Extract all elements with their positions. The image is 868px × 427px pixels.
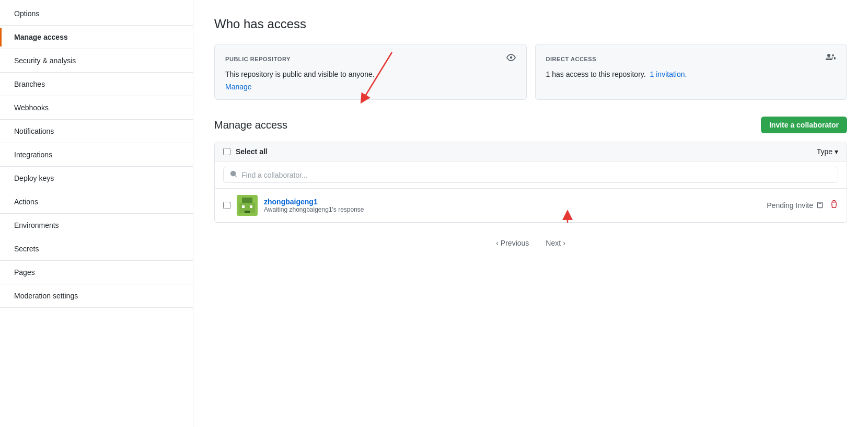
direct-access-text: 1 has access to this repository. 1 invit… bbox=[546, 70, 837, 78]
search-row bbox=[215, 161, 847, 189]
sidebar-item-moderation-settings[interactable]: Moderation settings bbox=[0, 286, 193, 305]
next-button[interactable]: Next › bbox=[539, 236, 571, 250]
sidebar-item-label: Integrations bbox=[14, 151, 52, 159]
sidebar-item-label: Actions bbox=[14, 198, 38, 206]
sidebar-item-webhooks[interactable]: Webhooks bbox=[0, 98, 193, 117]
collaborator-sub: Awaiting zhongbaigeng1's response bbox=[264, 206, 760, 213]
sidebar-divider bbox=[0, 284, 193, 284]
pending-invite-status: Pending Invite bbox=[767, 201, 824, 210]
sidebar-item-branches[interactable]: Branches bbox=[0, 75, 193, 94]
people-icon bbox=[826, 53, 836, 65]
sidebar-item-label: Options bbox=[14, 9, 39, 18]
svg-rect-4 bbox=[242, 205, 245, 208]
sidebar-item-pages[interactable]: Pages bbox=[0, 263, 193, 282]
access-table: Select all Type ▾ bbox=[214, 142, 847, 223]
sidebar-divider bbox=[0, 213, 193, 214]
svg-rect-5 bbox=[250, 205, 252, 208]
collaborator-name[interactable]: zhongbaigeng1 bbox=[264, 198, 318, 206]
sidebar-item-label: Deploy keys bbox=[14, 174, 54, 182]
section-header: Manage access Invite a collaborator bbox=[214, 117, 847, 133]
manage-link[interactable]: Manage bbox=[225, 83, 252, 91]
sidebar-item-label: Notifications bbox=[14, 127, 54, 135]
access-cards: PUBLIC REPOSITORY This repository is pub… bbox=[214, 44, 847, 100]
sidebar-divider bbox=[0, 190, 193, 190]
sidebar-item-label: Security & analysis bbox=[14, 56, 76, 65]
avatar bbox=[237, 195, 258, 216]
type-dropdown[interactable]: Type ▾ bbox=[817, 147, 838, 156]
search-collaborator-input[interactable] bbox=[241, 171, 831, 179]
collaborator-info: zhongbaigeng1 Awaiting zhongbaigeng1's r… bbox=[264, 198, 760, 213]
manage-access-title: Manage access bbox=[214, 119, 287, 131]
sidebar-item-security-analysis[interactable]: Security & analysis bbox=[0, 51, 193, 70]
sidebar-item-label: Moderation settings bbox=[14, 292, 78, 300]
sidebar-divider bbox=[0, 143, 193, 143]
sidebar-item-notifications[interactable]: Notifications bbox=[0, 122, 193, 141]
sidebar-item-secrets[interactable]: Secrets bbox=[0, 239, 193, 258]
card-header: DIRECT ACCESS bbox=[546, 53, 837, 65]
clipboard-icon[interactable] bbox=[816, 201, 824, 210]
sidebar-divider bbox=[0, 237, 193, 237]
table-header-row: Select all Type ▾ bbox=[215, 142, 847, 161]
chevron-right-icon: › bbox=[563, 239, 565, 247]
main-content: Who has access PUBLIC REPOSITORY This re… bbox=[193, 0, 868, 427]
invite-collaborator-button[interactable]: Invite a collaborator bbox=[761, 117, 847, 133]
sidebar-item-label: Manage access bbox=[14, 33, 68, 41]
sidebar-item-options[interactable]: Options bbox=[0, 4, 193, 23]
card-header: PUBLIC REPOSITORY bbox=[225, 53, 516, 65]
collaborator-row: zhongbaigeng1 Awaiting zhongbaigeng1's r… bbox=[215, 189, 847, 223]
sidebar-divider bbox=[0, 72, 193, 73]
public-repo-card: PUBLIC REPOSITORY This repository is pub… bbox=[214, 44, 527, 100]
invitation-link[interactable]: 1 invitation. bbox=[650, 70, 687, 78]
search-icon bbox=[230, 170, 237, 179]
page-title: Who has access bbox=[214, 17, 847, 31]
sidebar-divider bbox=[0, 119, 193, 120]
select-all-label[interactable]: Select all bbox=[223, 147, 268, 156]
sidebar-item-deploy-keys[interactable]: Deploy keys bbox=[0, 169, 193, 188]
sidebar-item-label: Branches bbox=[14, 80, 45, 88]
avatar-image bbox=[237, 195, 258, 216]
collaborator-checkbox[interactable] bbox=[223, 202, 230, 209]
direct-access-label: DIRECT ACCESS bbox=[546, 56, 597, 62]
chevron-left-icon: ‹ bbox=[496, 239, 499, 247]
chevron-down-icon: ▾ bbox=[835, 147, 838, 156]
sidebar-item-manage-access[interactable]: Manage access bbox=[0, 28, 193, 47]
sidebar-divider bbox=[0, 49, 193, 49]
sidebar: Options Manage access Security & analysi… bbox=[0, 0, 193, 427]
sidebar-item-actions[interactable]: Actions bbox=[0, 192, 193, 211]
sidebar-item-label: Pages bbox=[14, 268, 35, 276]
public-repo-label: PUBLIC REPOSITORY bbox=[225, 56, 291, 62]
eye-icon bbox=[506, 53, 516, 65]
sidebar-item-label: Webhooks bbox=[14, 103, 49, 112]
select-all-checkbox[interactable] bbox=[223, 148, 230, 155]
delete-collaborator-button[interactable] bbox=[830, 200, 838, 211]
previous-button[interactable]: ‹ Previous bbox=[490, 236, 535, 250]
direct-access-card: DIRECT ACCESS 1 has access to this repos… bbox=[535, 44, 848, 100]
sidebar-divider bbox=[0, 25, 193, 26]
pagination: ‹ Previous Next › bbox=[214, 223, 847, 255]
svg-rect-6 bbox=[245, 211, 250, 213]
sidebar-item-integrations[interactable]: Integrations bbox=[0, 145, 193, 164]
sidebar-item-label: Environments bbox=[14, 221, 59, 229]
sidebar-item-environments[interactable]: Environments bbox=[0, 216, 193, 235]
sidebar-divider bbox=[0, 260, 193, 261]
sidebar-divider bbox=[0, 96, 193, 96]
search-input-wrap bbox=[223, 167, 838, 183]
sidebar-divider bbox=[0, 166, 193, 167]
sidebar-divider bbox=[0, 307, 193, 308]
sidebar-item-label: Secrets bbox=[14, 245, 39, 253]
public-repo-description: This repository is public and visible to… bbox=[225, 70, 516, 78]
